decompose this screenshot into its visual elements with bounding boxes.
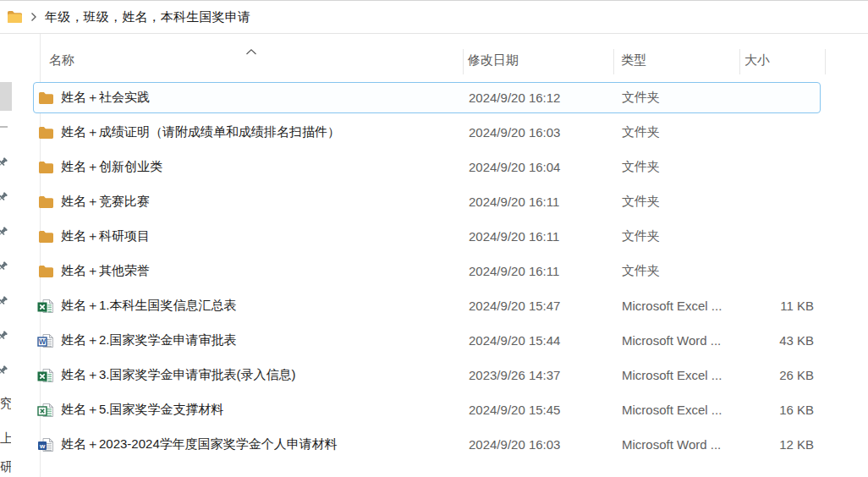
excel-xlsx-icon [37, 403, 54, 418]
file-name: 姓名＋创新创业类 [61, 159, 162, 175]
word-docx-icon: w [37, 437, 54, 452]
pin-icon[interactable] [0, 295, 8, 308]
file-type: 文件夹 [614, 194, 740, 210]
file-name: 姓名＋3.国家奖学金申请审批表(录入信息) [61, 367, 296, 383]
pin-icon[interactable] [0, 330, 8, 343]
chevron-right-icon[interactable] [30, 12, 37, 22]
file-row[interactable]: 姓名＋创新创业类 2024/9/20 16:04 文件夹 [33, 151, 821, 183]
sidebar-item-text-fragment[interactable]: 究 [0, 396, 11, 413]
file-date-modified: 2024/9/20 15:45 [464, 403, 614, 417]
file-size: 26 KB [740, 368, 821, 382]
file-type: 文件夹 [614, 124, 740, 140]
file-date-modified: 2024/9/20 16:12 [464, 90, 614, 105]
file-date-modified: 2024/9/20 16:11 [464, 229, 614, 244]
folder-icon [37, 160, 54, 175]
file-name: 姓名＋2023-2024学年度国家奖学金个人申请材料 [61, 436, 338, 452]
file-size: 12 KB [740, 437, 821, 452]
pin-icon[interactable] [0, 156, 8, 169]
folder-icon [37, 125, 54, 140]
file-list: 姓名＋社会实践 2024/9/20 16:12 文件夹 姓名＋成绩证明（请附成绩… [33, 82, 821, 463]
folder-icon [37, 264, 54, 279]
breadcrumb-bar: 年级，班级，姓名，本科生国奖申请 [0, 0, 868, 34]
file-explorer-window: { "breadcrumb": { "path": "年级，班级，姓名，本科生国… [0, 0, 868, 477]
file-name: 姓名＋社会实践 [61, 90, 150, 106]
file-date-modified: 2024/9/20 16:03 [464, 437, 614, 452]
sort-ascending-icon[interactable] [244, 44, 258, 59]
file-type: 文件夹 [614, 228, 740, 244]
file-date-modified: 2024/9/20 15:47 [464, 299, 614, 313]
file-row[interactable]: 姓名＋其他荣誉 2024/9/20 16:11 文件夹 [33, 255, 821, 287]
file-type: Microsoft Excel ... [614, 403, 740, 417]
excel-xls-icon [37, 368, 54, 383]
folder-icon[interactable] [7, 10, 23, 24]
pin-icon[interactable] [0, 226, 8, 238]
header-divider[interactable] [463, 49, 464, 74]
file-size: 11 KB [740, 299, 821, 313]
sidebar-selected-item-fragment[interactable] [0, 82, 12, 111]
column-header-type[interactable]: 类型 [613, 52, 739, 69]
word-doc-icon: W [37, 333, 54, 348]
file-name: 姓名＋1.本科生国奖信息汇总表 [61, 298, 237, 314]
file-name: 姓名＋成绩证明（请附成绩单和成绩排名扫描件） [61, 124, 340, 140]
file-name: 姓名＋5.国家奖学金支撑材料 [61, 402, 224, 418]
excel-xls-icon [37, 299, 54, 314]
header-divider[interactable] [613, 49, 614, 74]
file-list-header: 名称 修改日期 类型 大小 [40, 34, 825, 76]
svg-text:w: w [39, 441, 46, 449]
svg-text:W: W [39, 337, 47, 346]
file-row[interactable]: 姓名＋3.国家奖学金申请审批表(录入信息) 2023/9/26 14:37 Mi… [33, 359, 821, 391]
file-type: Microsoft Word ... [614, 437, 740, 452]
file-size: 43 KB [740, 333, 821, 348]
file-date-modified: 2024/9/20 16:04 [464, 160, 614, 174]
file-date-modified: 2023/9/26 14:37 [464, 368, 614, 382]
folder-icon [37, 195, 54, 210]
breadcrumb-path-segment[interactable]: 年级，班级，姓名，本科生国奖申请 [45, 9, 250, 25]
file-row[interactable]: 姓名＋竞赛比赛 2024/9/20 16:11 文件夹 [33, 186, 821, 217]
header-divider[interactable] [739, 49, 740, 74]
file-size: 16 KB [740, 403, 821, 417]
file-type: Microsoft Excel ... [614, 299, 740, 313]
pin-icon[interactable] [0, 191, 8, 204]
folder-icon [37, 90, 54, 106]
file-type: 文件夹 [614, 263, 740, 279]
file-type: Microsoft Word ... [614, 333, 740, 348]
column-header-size[interactable]: 大小 [739, 52, 825, 69]
file-row[interactable]: 姓名＋成绩证明（请附成绩单和成绩排名扫描件） 2024/9/20 16:03 文… [33, 117, 821, 148]
file-type: Microsoft Excel ... [614, 368, 740, 382]
file-date-modified: 2024/9/20 16:11 [464, 264, 614, 278]
file-type: 文件夹 [614, 159, 740, 175]
file-row[interactable]: 姓名＋5.国家奖学金支撑材料 2024/9/20 15:45 Microsoft… [33, 394, 821, 425]
sidebar-item-text-fragment[interactable]: 研 [0, 459, 11, 476]
file-row[interactable]: 姓名＋1.本科生国奖信息汇总表 2024/9/20 15:47 Microsof… [33, 290, 821, 321]
file-row[interactable]: w 姓名＋2023-2024学年度国家奖学金个人申请材料 2024/9/20 1… [33, 429, 821, 460]
file-name: 姓名＋其他荣誉 [61, 263, 150, 279]
column-header-date-modified[interactable]: 修改日期 [463, 52, 613, 69]
file-name: 姓名＋竞赛比赛 [61, 194, 150, 210]
file-date-modified: 2024/9/20 15:44 [464, 333, 614, 348]
file-row[interactable]: 姓名＋社会实践 2024/9/20 16:12 文件夹 [33, 82, 821, 113]
folder-icon [37, 229, 54, 244]
file-type: 文件夹 [614, 90, 740, 106]
sidebar-divider-fragment [0, 126, 8, 128]
file-row[interactable]: 姓名＋科研项目 2024/9/20 16:11 文件夹 [33, 221, 821, 252]
sidebar-item-text-fragment[interactable]: 上 [0, 430, 11, 447]
file-row[interactable]: W 姓名＋2.国家奖学金申请审批表 2024/9/20 15:44 Micros… [33, 325, 821, 356]
pin-icon[interactable] [0, 260, 8, 273]
file-name: 姓名＋科研项目 [61, 228, 150, 244]
file-name: 姓名＋2.国家奖学金申请审批表 [61, 332, 237, 348]
header-divider[interactable] [825, 49, 826, 74]
file-date-modified: 2024/9/20 16:11 [464, 195, 614, 209]
file-date-modified: 2024/9/20 16:03 [464, 125, 614, 140]
pin-icon[interactable] [0, 365, 8, 377]
